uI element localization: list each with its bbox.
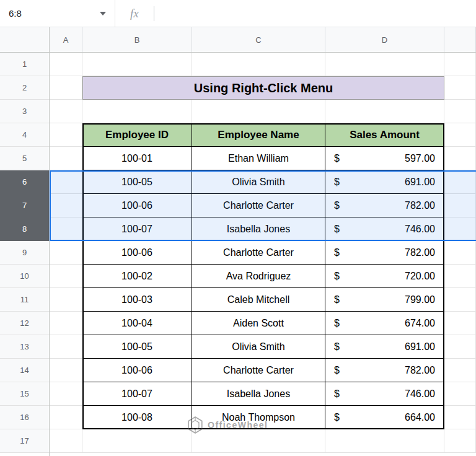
cell-D11[interactable]: $799.00 [325, 288, 444, 312]
grid-cell-B3[interactable] [82, 100, 192, 123]
column-header-partial[interactable] [444, 27, 476, 52]
cell-B6[interactable]: 100-05 [82, 170, 192, 194]
row-header-15[interactable]: 15 [0, 382, 49, 406]
grid-cell-A10[interactable] [50, 265, 82, 288]
grid-cell-A12[interactable] [50, 312, 82, 335]
row-header-2[interactable]: 2 [0, 76, 49, 100]
name-box[interactable]: 6:8 [0, 0, 115, 27]
cell-D5[interactable]: $597.00 [325, 147, 444, 170]
grid-cell-A15[interactable] [50, 382, 82, 406]
grid-cell-A17[interactable] [50, 429, 82, 453]
grid-cell-E17[interactable] [444, 429, 476, 453]
cell-D12[interactable]: $674.00 [325, 312, 444, 335]
cell-B7[interactable]: 100-06 [82, 194, 192, 217]
cell-B10[interactable]: 100-02 [82, 265, 192, 288]
cell-B16[interactable]: 100-08 [82, 406, 192, 429]
grid-cell-A13[interactable] [50, 335, 82, 359]
grid-cell-A14[interactable] [50, 359, 82, 382]
cell-D15[interactable]: $746.00 [325, 382, 444, 406]
row-header-6[interactable]: 6 [0, 170, 49, 194]
row-header-3[interactable]: 3 [0, 100, 49, 123]
grid-cell-E4[interactable] [444, 123, 476, 147]
row-header-12[interactable]: 12 [0, 312, 49, 335]
grid-cell-E6[interactable] [444, 170, 476, 194]
grid-cell-A7[interactable] [50, 194, 82, 217]
grid-cell-B17[interactable] [82, 429, 192, 453]
row-header-4[interactable]: 4 [0, 123, 49, 147]
row-header-14[interactable]: 14 [0, 359, 49, 382]
grid-cell-D17[interactable] [325, 429, 444, 453]
grid-cell-C17[interactable] [192, 429, 325, 453]
grid-cell-A11[interactable] [50, 288, 82, 312]
row-header-8[interactable]: 8 [0, 217, 49, 241]
grid-cell-B1[interactable] [82, 53, 192, 76]
row-header-17[interactable]: 17 [0, 429, 49, 453]
grid-cell-C3[interactable] [192, 100, 325, 123]
row-header-16[interactable]: 16 [0, 406, 49, 429]
grid-cell-A6[interactable] [50, 170, 82, 194]
cell-C14[interactable]: Charlotte Carter [192, 359, 325, 382]
row-header-9[interactable]: 9 [0, 241, 49, 265]
cell-B11[interactable]: 100-03 [82, 288, 192, 312]
row-header-11[interactable]: 11 [0, 288, 49, 312]
grid-cell-E8[interactable] [444, 217, 476, 241]
table-header-sales-amount[interactable]: Sales Amount [325, 123, 444, 147]
cell-C6[interactable]: Olivia Smith [192, 170, 325, 194]
select-all-corner[interactable] [0, 27, 50, 53]
grid-cell-A3[interactable] [50, 100, 82, 123]
cell-C5[interactable]: Ethan William [192, 147, 325, 170]
row-header-1[interactable]: 1 [0, 53, 49, 76]
cell-B14[interactable]: 100-06 [82, 359, 192, 382]
cell-D16[interactable]: $664.00 [325, 406, 444, 429]
chevron-down-icon[interactable] [100, 12, 106, 15]
grid-cell-A9[interactable] [50, 241, 82, 265]
grid-cell-E11[interactable] [444, 288, 476, 312]
cell-D13[interactable]: $691.00 [325, 335, 444, 359]
cell-D9[interactable]: $782.00 [325, 241, 444, 265]
table-header-employee-id[interactable]: Employee ID [82, 123, 192, 147]
row-header-7[interactable]: 7 [0, 194, 49, 217]
column-header-c[interactable]: C [192, 27, 325, 52]
grid-cell-E5[interactable] [444, 147, 476, 170]
grid-cell-A1[interactable] [50, 53, 82, 76]
cell-C13[interactable]: Olivia Smith [192, 335, 325, 359]
cell-B5[interactable]: 100-01 [82, 147, 192, 170]
cell-C10[interactable]: Ava Rodriguez [192, 265, 325, 288]
column-header-a[interactable]: A [50, 27, 82, 52]
grid-cell-D3[interactable] [325, 100, 444, 123]
grid-cell-E12[interactable] [444, 312, 476, 335]
cell-D10[interactable]: $720.00 [325, 265, 444, 288]
grid-cell-E14[interactable] [444, 359, 476, 382]
cell-D14[interactable]: $782.00 [325, 359, 444, 382]
cell-B8[interactable]: 100-07 [82, 217, 192, 241]
grid-cell-D1[interactable] [325, 53, 444, 76]
cell-C16[interactable]: Noah Thompson [192, 406, 325, 429]
cell-C15[interactable]: Isabella Jones [192, 382, 325, 406]
row-header-5[interactable]: 5 [0, 147, 49, 170]
grid-cell-A5[interactable] [50, 147, 82, 170]
grid-cell-E2[interactable] [444, 76, 476, 100]
cell-D6[interactable]: $691.00 [325, 170, 444, 194]
cell-C7[interactable]: Charlotte Carter [192, 194, 325, 217]
grid-cell-E13[interactable] [444, 335, 476, 359]
row-header-13[interactable]: 13 [0, 335, 49, 359]
grid-cell-E15[interactable] [444, 382, 476, 406]
grid-cell-A16[interactable] [50, 406, 82, 429]
grid-cell-E7[interactable] [444, 194, 476, 217]
cell-C11[interactable]: Caleb Mitchell [192, 288, 325, 312]
grid-cell-A4[interactable] [50, 123, 82, 147]
column-header-d[interactable]: D [325, 27, 444, 52]
cell-C8[interactable]: Isabella Jones [192, 217, 325, 241]
grid-cell-C1[interactable] [192, 53, 325, 76]
cell-B15[interactable]: 100-07 [82, 382, 192, 406]
cell-D8[interactable]: $746.00 [325, 217, 444, 241]
grid-cell-E3[interactable] [444, 100, 476, 123]
cell-C12[interactable]: Aiden Scott [192, 312, 325, 335]
grid-cell-E16[interactable] [444, 406, 476, 429]
cell-B12[interactable]: 100-04 [82, 312, 192, 335]
grid-cell-E9[interactable] [444, 241, 476, 265]
grid-cell-A8[interactable] [50, 217, 82, 241]
grid-cell-A2[interactable] [50, 76, 82, 100]
cell-B9[interactable]: 100-06 [82, 241, 192, 265]
cell-D7[interactable]: $782.00 [325, 194, 444, 217]
